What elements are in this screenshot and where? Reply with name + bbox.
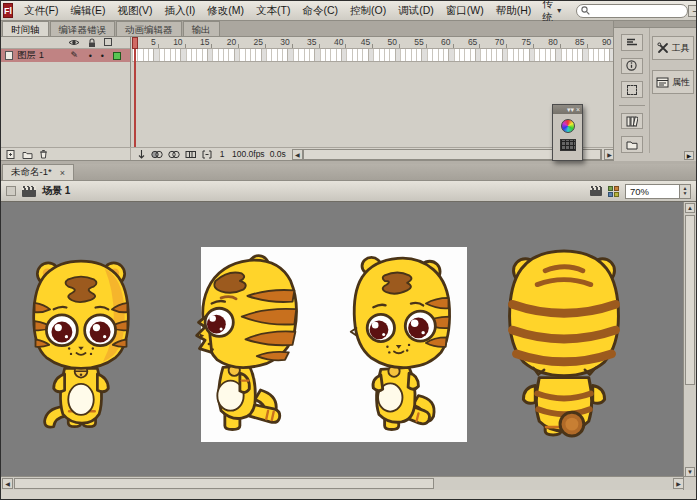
scroll-left-button[interactable]: ◀: [2, 478, 13, 489]
playhead-handle[interactable]: [132, 37, 138, 49]
panel-close-icon[interactable]: ×: [576, 106, 580, 114]
scroll-up-button[interactable]: ▲: [685, 203, 695, 213]
panel-tab[interactable]: 时间轴: [2, 21, 49, 36]
back-icon[interactable]: [6, 186, 16, 196]
tiger-side-view[interactable]: [187, 249, 305, 437]
menu-item[interactable]: 编辑(E): [64, 4, 111, 18]
stage-vertical-scrollbar[interactable]: ▲ ▼: [683, 202, 696, 478]
menu-item[interactable]: 控制(O): [344, 4, 392, 18]
document-close-icon[interactable]: ×: [60, 168, 65, 178]
frames-empty-area[interactable]: [132, 63, 615, 147]
swatches-panel-icon[interactable]: [560, 139, 576, 151]
properties-panel-button[interactable]: 属性: [652, 70, 694, 94]
onion-skin-outlines-button[interactable]: [168, 150, 180, 159]
dock-scroll-button[interactable]: ▶: [684, 151, 694, 160]
onion-skin-button[interactable]: [151, 150, 163, 159]
layer-frames-row[interactable]: [132, 49, 615, 62]
menu-item[interactable]: 文件(F): [18, 4, 64, 18]
panel-tab[interactable]: 动画编辑器: [116, 21, 182, 36]
panel-tab[interactable]: 输出: [183, 21, 220, 36]
ruler-number: 90: [588, 37, 615, 48]
new-layer-button[interactable]: [6, 149, 16, 159]
tiger-three-quarter-view[interactable]: [343, 249, 461, 437]
search-input[interactable]: [593, 5, 683, 17]
floating-panel-titlebar[interactable]: ▾▾ ×: [553, 105, 582, 114]
align-panel-icon[interactable]: [621, 34, 643, 51]
menu-item[interactable]: 命令(C): [297, 4, 345, 18]
edit-bar: 场景 1 70% ▲ ▼: [1, 181, 696, 202]
horizontal-scrollbar-thumb[interactable]: [14, 478, 434, 489]
delete-layer-button[interactable]: [39, 149, 48, 159]
menu-item[interactable]: 视图(V): [111, 4, 158, 18]
center-frame-button[interactable]: [137, 149, 146, 159]
timeline-panel: 图层 1 ✎ • • 51015202530354045505560657075…: [1, 37, 615, 161]
menu-item[interactable]: 文本(T): [250, 4, 296, 18]
stage-horizontal-scrollbar[interactable]: ◀ ▶: [1, 476, 685, 490]
ruler-number: 80: [534, 37, 561, 48]
transform-panel-icon[interactable]: [621, 81, 643, 98]
show-hide-layers-icon[interactable]: [68, 38, 80, 47]
ruler-number: 20: [212, 37, 239, 48]
ruler-number: 70: [480, 37, 507, 48]
layer-name[interactable]: 图层 1: [17, 49, 44, 62]
new-folder-button[interactable]: [22, 150, 33, 159]
lock-layers-icon[interactable]: [88, 38, 96, 48]
app-logo-icon: Fl: [3, 3, 13, 18]
search-box[interactable]: [576, 4, 688, 18]
dock-icon-strip: [614, 28, 650, 153]
search-icon: [581, 6, 590, 15]
onion-skin-controls: 1 100.0fps 0.0s: [131, 149, 292, 159]
stage-pasteboard[interactable]: [1, 202, 685, 478]
zoom-control[interactable]: 70% ▲ ▼: [625, 184, 691, 199]
ruler-number: 15: [186, 37, 213, 48]
timeline-status-bar: 1 100.0fps 0.0s ◀ ▶: [1, 147, 615, 160]
layer-outline-color-swatch[interactable]: [113, 52, 121, 60]
properties-icon: [656, 77, 669, 88]
menu-item[interactable]: 修改(M): [201, 4, 250, 18]
edit-symbol-button[interactable]: [608, 186, 619, 197]
timeline-scroll-left-button[interactable]: ◀: [292, 149, 303, 160]
ruler-number: 30: [266, 37, 293, 48]
frame-rate-indicator[interactable]: 100.0fps: [232, 149, 265, 159]
spinner-down-icon[interactable]: ▼: [683, 191, 688, 196]
floating-color-panel[interactable]: ▾▾ ×: [552, 104, 583, 161]
edit-multiple-frames-button[interactable]: [185, 150, 197, 159]
frame-ruler[interactable]: 51015202530354045505560657075808590: [132, 37, 615, 49]
menu-item[interactable]: 调试(D): [392, 4, 440, 18]
menu-item[interactable]: 窗口(W): [440, 4, 490, 18]
menu-item[interactable]: 帮助(H): [490, 4, 538, 18]
properties-panel-label: 属性: [672, 76, 690, 89]
minimize-button[interactable]: –: [688, 5, 697, 17]
scene-label[interactable]: 场景 1: [42, 184, 70, 198]
modify-markers-button[interactable]: [202, 150, 212, 159]
dock-panel-buttons: 工具 属性: [650, 28, 696, 153]
tools-panel-button[interactable]: 工具: [652, 36, 694, 60]
document-tab[interactable]: 未命名-1* ×: [2, 164, 74, 180]
zoom-spinner[interactable]: ▲ ▼: [679, 185, 690, 198]
dock-grip[interactable]: [614, 21, 696, 28]
menu-item[interactable]: 插入(I): [158, 4, 201, 18]
tiger-front-view[interactable]: [25, 252, 137, 434]
panel-tab[interactable]: 编译器错误: [50, 21, 116, 36]
zoom-value[interactable]: 70%: [626, 186, 679, 197]
vertical-scrollbar-thumb[interactable]: [685, 215, 695, 385]
edit-scene-button[interactable]: [590, 186, 602, 196]
info-panel-icon[interactable]: [621, 58, 643, 75]
layer-lock-dot[interactable]: •: [101, 51, 104, 61]
ruler-number: 45: [346, 37, 373, 48]
dock-separator: [619, 105, 645, 106]
flash-application-window: Fl 文件(F)编辑(E)视图(V)插入(I)修改(M)文本(T)命令(C)控制…: [0, 0, 697, 500]
outline-layers-icon[interactable]: [104, 38, 112, 46]
current-frame-indicator: 1: [217, 149, 227, 159]
layer-row[interactable]: 图层 1 ✎ • •: [1, 49, 130, 62]
ruler-number: 40: [320, 37, 347, 48]
timeline-layers-pane: 图层 1 ✎ • •: [1, 37, 131, 147]
ruler-number: 75: [507, 37, 534, 48]
tiger-back-view[interactable]: [499, 241, 629, 439]
library-panel-icon[interactable]: [621, 113, 643, 130]
components-panel-icon[interactable]: [621, 136, 643, 153]
color-panel-icon[interactable]: [561, 119, 575, 133]
pencil-icon: ✎: [70, 51, 78, 60]
chevron-down-icon: ▼: [556, 7, 563, 14]
layer-visibility-dot[interactable]: •: [89, 51, 92, 61]
